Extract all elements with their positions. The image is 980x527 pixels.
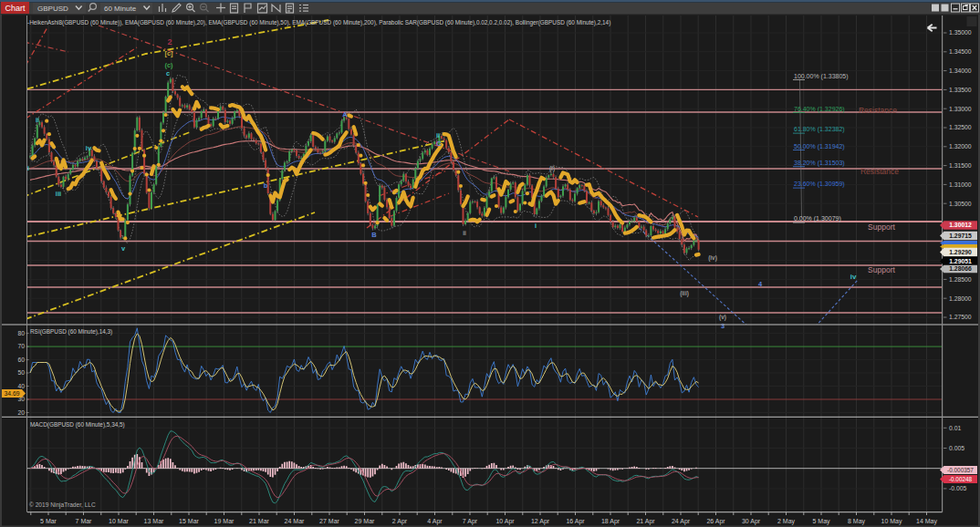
svg-text:(v): (v)	[719, 314, 726, 321]
svg-text:23.60% (1.30959): 23.60% (1.30959)	[794, 181, 845, 188]
svg-text:8 May: 8 May	[848, 518, 866, 525]
svg-text:10 Apr: 10 Apr	[495, 518, 515, 525]
svg-text:1.31000: 1.31000	[949, 181, 972, 188]
svg-text:27 Mar: 27 Mar	[319, 518, 339, 524]
svg-text:3: 3	[721, 322, 725, 330]
svg-text:i: i	[27, 164, 29, 172]
svg-text:Resistance: Resistance	[860, 167, 899, 176]
svg-text:1.32500: 1.32500	[949, 124, 972, 130]
svg-text:2 Apr: 2 Apr	[392, 518, 408, 525]
svg-text:iv: iv	[86, 144, 92, 152]
svg-text:Resistance: Resistance	[859, 106, 897, 115]
svg-text:15 Mar: 15 Mar	[179, 518, 199, 524]
svg-text:21 Mar: 21 Mar	[249, 518, 269, 524]
svg-text:20: 20	[17, 409, 25, 416]
svg-text:ii: ii	[436, 131, 440, 140]
svg-text:1.33500: 1.33500	[949, 87, 972, 93]
svg-text:iii: iii	[56, 190, 61, 198]
svg-text:7 Apr: 7 Apr	[463, 518, 478, 525]
svg-text:12 Apr: 12 Apr	[531, 518, 550, 525]
svg-text:1.34500: 1.34500	[949, 48, 972, 55]
svg-text:c: c	[166, 69, 170, 78]
svg-text:5 May: 5 May	[812, 518, 830, 525]
svg-text:1.31500: 1.31500	[949, 162, 972, 169]
svg-text:1.33000: 1.33000	[949, 106, 972, 112]
svg-text:1.29051: 1.29051	[949, 258, 972, 264]
svg-text:RSI(GBPUSD (60 Minute),14,3): RSI(GBPUSD (60 Minute),14,3)	[30, 328, 112, 336]
svg-text:© 2019 NinjaTrader, LLC: © 2019 NinjaTrader, LLC	[29, 501, 96, 509]
svg-text:1.27500: 1.27500	[949, 314, 972, 320]
svg-text:70: 70	[17, 343, 25, 349]
svg-text:26 Apr: 26 Apr	[706, 518, 725, 525]
svg-text:i: i	[535, 222, 537, 230]
svg-text:1.28500: 1.28500	[949, 276, 972, 283]
svg-text:b: b	[264, 181, 268, 190]
svg-text:Support: Support	[868, 265, 895, 274]
svg-text:7 Mar: 7 Mar	[76, 518, 93, 524]
svg-text:29 Mar: 29 Mar	[355, 518, 375, 524]
svg-text:1.29715: 1.29715	[949, 232, 972, 239]
svg-text:(iii): (iii)	[680, 290, 689, 297]
svg-text:-0.000357: -0.000357	[947, 467, 974, 473]
svg-text:1.32000: 1.32000	[949, 143, 972, 150]
svg-text:60 Minute: 60 Minute	[104, 5, 137, 13]
svg-text:100.00% (1.33805): 100.00% (1.33805)	[794, 73, 849, 80]
svg-text:Chart: Chart	[5, 4, 26, 13]
svg-text:A: A	[342, 110, 348, 119]
svg-text:76.40% (1.32926): 76.40% (1.32926)	[794, 106, 845, 113]
svg-text:60: 60	[17, 356, 25, 363]
svg-text:-0.005: -0.005	[949, 485, 966, 491]
svg-text:1.30500: 1.30500	[949, 201, 972, 207]
svg-text:2: 2	[167, 37, 172, 46]
svg-text:1.35000: 1.35000	[949, 29, 972, 36]
svg-text:0.00% (1.30079): 0.00% (1.30079)	[794, 215, 841, 222]
svg-text:21 Apr: 21 Apr	[636, 518, 655, 525]
svg-text:30 Apr: 30 Apr	[742, 518, 761, 525]
svg-text:0.005: 0.005	[949, 445, 964, 451]
svg-text:Support: Support	[868, 222, 895, 232]
svg-text:1.29290: 1.29290	[949, 249, 972, 255]
svg-text:1.28000: 1.28000	[949, 295, 972, 302]
svg-text:34.69: 34.69	[4, 390, 19, 397]
svg-text:MACD(GBPUSD (60 Minute),5,34,5: MACD(GBPUSD (60 Minute),5,34,5)	[30, 421, 125, 429]
svg-text:4 Apr: 4 Apr	[427, 518, 443, 525]
svg-text:24 Mar: 24 Mar	[285, 518, 305, 524]
svg-text:19 Mar: 19 Mar	[214, 518, 235, 524]
svg-text:(c): (c)	[164, 61, 173, 69]
svg-text:iv: iv	[850, 273, 857, 281]
svg-text:24 Apr: 24 Apr	[672, 518, 691, 525]
svg-text:40: 40	[17, 383, 25, 389]
svg-text:[c]: [c]	[164, 49, 173, 57]
svg-text:61.80% (1.32382): 61.80% (1.32382)	[794, 126, 845, 133]
svg-text:16 Apr: 16 Apr	[566, 518, 585, 525]
svg-text:14 May: 14 May	[916, 518, 937, 525]
svg-text:GBPUSD: GBPUSD	[37, 5, 68, 13]
svg-text:ii: ii	[463, 230, 466, 236]
svg-text:1.34000: 1.34000	[949, 67, 972, 74]
svg-text:50: 50	[17, 369, 25, 376]
svg-text:80: 80	[17, 330, 25, 336]
svg-text:10 May: 10 May	[881, 518, 902, 525]
svg-text:0.01: 0.01	[949, 425, 961, 431]
svg-text:38.20% (1.31503): 38.20% (1.31503)	[794, 160, 845, 167]
svg-text:B: B	[371, 231, 377, 239]
svg-text:ii: ii	[36, 116, 39, 124]
svg-text:18 Apr: 18 Apr	[601, 518, 620, 525]
svg-text:1.28066: 1.28066	[949, 265, 972, 272]
svg-text:50.00% (1.31942): 50.00% (1.31942)	[794, 143, 845, 150]
svg-text:(iv): (iv)	[708, 254, 717, 262]
svg-text:1.30012: 1.30012	[949, 222, 972, 228]
svg-text:2 May: 2 May	[777, 518, 796, 525]
svg-text:13 Mar: 13 Mar	[144, 518, 164, 524]
svg-text:C: C	[436, 140, 442, 148]
svg-text:-0.00248: -0.00248	[949, 476, 973, 482]
svg-text:(i): (i)	[549, 165, 555, 172]
svg-text:5 Mar: 5 Mar	[40, 518, 57, 524]
svg-text:-HeikenAshi8(GBPUSD (60 Minute: -HeikenAshi8(GBPUSD (60 Minute)), EMA(GB…	[27, 19, 610, 26]
svg-text:10 Mar: 10 Mar	[109, 518, 129, 524]
